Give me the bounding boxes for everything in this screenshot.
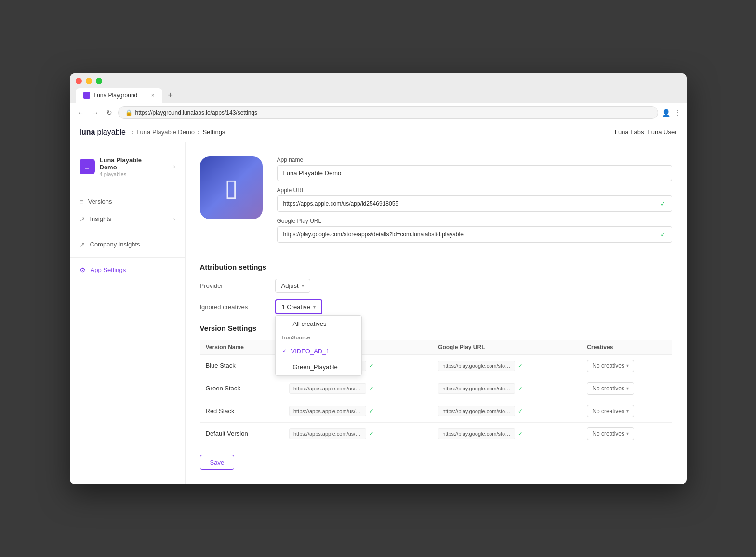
google-url-input[interactable]: https://play.google.com/store/apps/detai…	[277, 226, 672, 243]
sidebar-item-app-settings[interactable]: ⚙ App Settings	[70, 261, 185, 279]
address-bar[interactable]: 🔒 https://playground.lunalabs.io/apps/14…	[118, 106, 658, 119]
provider-row: Provider Adjust ▾	[200, 279, 672, 293]
save-button[interactable]: Save	[200, 455, 235, 470]
col-creatives: Creatives	[581, 340, 672, 355]
google-check-icon-1: ✓	[518, 385, 523, 392]
sidebar-divider-3	[70, 257, 185, 258]
google-check-icon-2: ✓	[518, 408, 523, 415]
google-check-icon-0: ✓	[518, 363, 523, 369]
logo-playable: playable	[97, 128, 126, 137]
browser-toolbar: ← → ↻ 🔒 https://playground.lunalabs.io/a…	[70, 103, 687, 123]
sidebar-app-count: 4 playables	[100, 171, 169, 177]
creatives-dropdown-3[interactable]: No creatives ▾	[587, 427, 634, 440]
minimize-traffic-light[interactable]	[86, 78, 92, 84]
sidebar-divider	[70, 189, 185, 189]
cell-creatives-1: No creatives ▾	[581, 377, 672, 400]
list-icon: ≡	[80, 198, 83, 206]
browser-chrome: Luna Playground × +	[70, 73, 687, 103]
provider-chevron-icon: ▾	[302, 283, 304, 288]
col-google-url: Google Play URL	[432, 340, 581, 355]
back-button[interactable]: ←	[76, 107, 86, 118]
user-name[interactable]: Luna User	[648, 129, 677, 136]
dropdown-item-green-playable[interactable]: Green_Playable	[276, 359, 361, 375]
tab-bar: Luna Playground × +	[76, 88, 681, 103]
provider-label: Provider	[200, 282, 267, 289]
menu-icon[interactable]: ⋮	[674, 109, 681, 117]
breadcrumb-sep-2: ›	[198, 129, 199, 136]
apple-url-field: Apple URL https://apps.apple.com/us/app/…	[277, 187, 672, 212]
logo: lunaplayable	[80, 128, 126, 137]
breadcrumb: › Luna Playable Demo › Settings	[132, 129, 225, 136]
ignored-creatives-dropdown-button[interactable]: 1 Creative ▾	[275, 299, 322, 314]
dropdown-item-video-ad[interactable]: ✓ VIDEO_AD_1	[276, 343, 361, 359]
cell-version-name-2: Red Stack	[200, 400, 283, 422]
creatives-dropdown-2[interactable]: No creatives ▾	[587, 405, 634, 417]
creatives-dropdown-1[interactable]: No creatives ▾	[587, 382, 634, 395]
sidebar-divider-2	[70, 232, 185, 232]
browser-tab[interactable]: Luna Playground ×	[76, 88, 162, 103]
cell-google-url-2: https://play.google.com/store/apps... ✓	[432, 400, 581, 422]
reload-button[interactable]: ↻	[105, 107, 114, 118]
user-area: Luna Labs Luna User	[615, 129, 677, 136]
apple-url-input[interactable]: https://apps.apple.com/us/app/id25469180…	[277, 195, 672, 212]
dropdown-item-all-creatives[interactable]: All creatives	[276, 316, 361, 332]
app-name-field: App name Luna Playable Demo	[277, 156, 672, 181]
apple-url-label: Apple URL	[277, 187, 672, 194]
maximize-traffic-light[interactable]	[96, 78, 102, 84]
ignored-creatives-menu: All creatives IronSource ✓ VIDEO_AD_1 Gr…	[275, 315, 362, 376]
cell-version-name-1: Green Stack	[200, 377, 283, 400]
sidebar-item-app-settings-label: App Settings	[91, 266, 175, 273]
table-row: Green Stack https://apps.apple.com/us/ap…	[200, 377, 672, 400]
sidebar-app-chevron: ›	[173, 163, 175, 170]
version-settings-title: Version Settings	[200, 324, 672, 332]
sidebar-item-insights[interactable]: ↗ Insights ›	[70, 210, 185, 228]
sidebar: □ Luna Playable Demo 4 playables › ≡ Ver…	[70, 142, 186, 484]
app-name-input[interactable]: Luna Playable Demo	[277, 165, 672, 181]
tab-favicon	[83, 92, 90, 99]
version-table: Version Name Apple URL Google Play URL C…	[200, 340, 672, 445]
tab-close-button[interactable]: ×	[151, 92, 154, 98]
new-tab-button[interactable]: +	[163, 89, 250, 103]
sidebar-item-company-insights[interactable]: ↗ Company Insights	[70, 236, 185, 253]
provider-dropdown[interactable]: Adjust ▾	[275, 279, 310, 293]
sidebar-app-item[interactable]: □ Luna Playable Demo 4 playables ›	[70, 152, 185, 185]
sidebar-app-icon: □	[80, 159, 95, 174]
main-layout: □ Luna Playable Demo 4 playables › ≡ Ver…	[70, 142, 687, 484]
cell-google-url-3: https://play.google.com/store/apps... ✓	[432, 422, 581, 445]
tab-title: Luna Playground	[94, 92, 138, 99]
apple-check-icon-3: ✓	[369, 430, 374, 437]
cell-google-url-0: https://play.google.com/store/apps... ✓	[432, 354, 581, 377]
cell-version-name-3: Default Version	[200, 422, 283, 445]
insights-chevron: ›	[173, 216, 175, 222]
profile-icon[interactable]: 👤	[662, 109, 670, 117]
sidebar-item-company-insights-label: Company Insights	[90, 241, 175, 248]
forward-button[interactable]: →	[90, 107, 101, 118]
sidebar-app-info: Luna Playable Demo 4 playables	[100, 156, 169, 177]
col-version-name: Version Name	[200, 340, 283, 355]
google-check-icon-3: ✓	[518, 430, 523, 437]
ignored-creatives-wrapper: 1 Creative ▾ All creatives IronSource ✓	[275, 299, 322, 314]
close-traffic-light[interactable]	[76, 78, 82, 84]
breadcrumb-demo[interactable]: Luna Playable Demo	[136, 129, 195, 136]
table-row: Default Version https://apps.apple.com/u…	[200, 422, 672, 445]
dropdown-group-ironsource: IronSource	[276, 332, 361, 343]
creatives-dropdown-0[interactable]: No creatives ▾	[587, 360, 634, 372]
ignored-creatives-value: 1 Creative	[282, 303, 310, 311]
google-url-field: Google Play URL https://play.google.com/…	[277, 218, 672, 243]
apple-check-icon-0: ✓	[369, 363, 374, 369]
apple-check-icon-1: ✓	[369, 385, 374, 392]
provider-value: Adjust	[281, 282, 299, 289]
traffic-lights	[76, 78, 681, 84]
sidebar-item-versions[interactable]: ≡ Versions	[70, 193, 185, 210]
cell-creatives-2: No creatives ▾	[581, 400, 672, 422]
cell-apple-url-2: https://apps.apple.com/us/app/id2... ✓	[283, 400, 432, 422]
cell-google-url-1: https://play.google.com/store/apps... ✓	[432, 377, 581, 400]
app-thumbnail-icon: ▯	[225, 174, 238, 202]
cell-creatives-3: No creatives ▾	[581, 422, 672, 445]
apple-check-icon-2: ✓	[369, 408, 374, 415]
lock-icon: 🔒	[125, 109, 133, 116]
attribution-section: Attribution settings Provider Adjust ▾ I…	[200, 263, 672, 314]
cell-creatives-0: No creatives ▾	[581, 354, 672, 377]
logo-luna: luna	[80, 128, 95, 137]
sidebar-item-versions-label: Versions	[88, 198, 175, 205]
